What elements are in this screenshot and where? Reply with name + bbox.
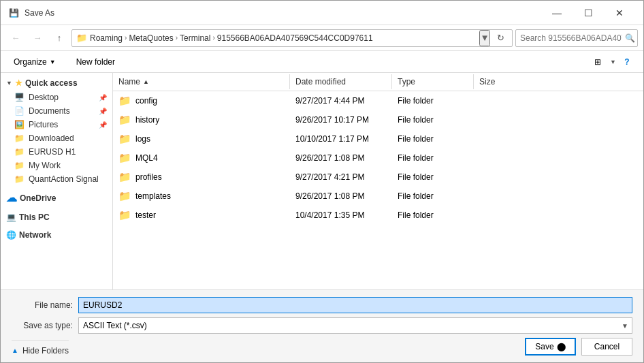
search-input[interactable] bbox=[520, 33, 622, 43]
maximize-button[interactable]: ☐ bbox=[573, 3, 604, 22]
file-name-cell: 📁 history bbox=[113, 112, 290, 128]
bc-terminal: Terminal bbox=[180, 33, 210, 43]
hide-folders-button[interactable]: ▲ Hide Folders bbox=[12, 340, 69, 356]
file-name-cell: 📁 config bbox=[113, 93, 290, 109]
file-name-cell: 📁 logs bbox=[113, 131, 290, 147]
title-bar: 💾 Save As — ☐ ✕ bbox=[1, 1, 643, 25]
bc-id: 915566BA06ADA407569C544CC0D97611 bbox=[217, 33, 373, 43]
table-row[interactable]: 📁 logs 10/10/2017 1:17 PM File folder bbox=[113, 129, 643, 148]
savetype-label: Save as type: bbox=[12, 321, 73, 330]
cancel-button[interactable]: Cancel bbox=[581, 338, 632, 356]
downloaded-icon: 📁 bbox=[14, 133, 25, 143]
col-header-type[interactable]: Type bbox=[392, 74, 474, 89]
filename-input[interactable] bbox=[78, 297, 632, 313]
refresh-button[interactable]: ↻ bbox=[493, 31, 508, 46]
bc-sep1: › bbox=[125, 34, 127, 42]
sidebar-item-documents[interactable]: 📄 Documents 📌 bbox=[1, 104, 112, 118]
address-toolbar: ← → ↑ 📁 Roaming › MetaQuotes › Terminal … bbox=[1, 25, 643, 51]
folder-icon: 📁 bbox=[118, 190, 131, 202]
new-folder-button[interactable]: New folder bbox=[71, 55, 120, 69]
table-row[interactable]: 📁 templates 9/26/2017 1:08 PM File folde… bbox=[113, 187, 643, 206]
minimize-button[interactable]: — bbox=[541, 3, 573, 22]
file-date-cell: 9/26/2017 1:08 PM bbox=[290, 189, 392, 203]
sidebar-item-desktop[interactable]: 🖥️ Desktop 📌 bbox=[1, 91, 112, 104]
window-title: Save As bbox=[25, 8, 54, 18]
file-date-cell: 9/27/2017 4:21 PM bbox=[290, 170, 392, 184]
bc-sep3: › bbox=[212, 34, 214, 42]
address-bar[interactable]: 📁 Roaming › MetaQuotes › Terminal › 9155… bbox=[71, 29, 513, 47]
file-rows: 📁 config 9/27/2017 4:44 PM File folder 📁… bbox=[113, 91, 643, 225]
file-date-cell: 9/27/2017 4:44 PM bbox=[290, 94, 392, 108]
view-options-button[interactable]: ⊞ bbox=[588, 54, 607, 70]
organize-chevron-icon: ▼ bbox=[50, 59, 56, 65]
file-name-cell: 📁 profiles bbox=[113, 169, 290, 185]
organize-button[interactable]: Organize ▼ bbox=[9, 55, 61, 69]
desktop-icon: 🖥️ bbox=[14, 93, 25, 102]
table-row[interactable]: 📁 config 9/27/2017 4:44 PM File folder bbox=[113, 91, 643, 110]
file-type-cell: File folder bbox=[392, 113, 474, 127]
help-button[interactable]: ? bbox=[619, 54, 635, 70]
save-button[interactable]: Save ⬤ bbox=[525, 338, 576, 356]
col-header-date[interactable]: Date modified bbox=[290, 74, 392, 89]
folder-icon: 📁 bbox=[118, 209, 131, 221]
close-button[interactable]: ✕ bbox=[604, 3, 635, 22]
file-size-cell bbox=[474, 137, 643, 141]
file-size-cell bbox=[474, 118, 643, 122]
forward-button[interactable]: → bbox=[28, 29, 47, 47]
main-content: ▼ ★ Quick access 🖥️ Desktop 📌 📄 Document… bbox=[1, 73, 643, 289]
folder-icon: 📁 bbox=[118, 171, 131, 183]
bottom-panel: File name: Save as type: ASCII Text (*.c… bbox=[1, 289, 643, 362]
title-bar-controls: — ☐ ✕ bbox=[541, 3, 635, 22]
cursor-indicator: ⬤ bbox=[557, 342, 566, 351]
eurusd-h1-icon: 📁 bbox=[14, 147, 25, 157]
breadcrumb: Roaming › MetaQuotes › Terminal › 915566… bbox=[90, 33, 477, 43]
thispc-section: 💻 This PC bbox=[1, 210, 112, 225]
file-type-cell: File folder bbox=[392, 189, 474, 203]
onedrive-icon: ☁ bbox=[6, 191, 17, 204]
table-row[interactable]: 📁 MQL4 9/26/2017 1:08 PM File folder bbox=[113, 148, 643, 168]
bc-metaquotes: MetaQuotes bbox=[129, 33, 173, 43]
my-work-icon: 📁 bbox=[14, 161, 25, 170]
back-button[interactable]: ← bbox=[6, 29, 25, 47]
sidebar-item-my-work[interactable]: 📁 My Work bbox=[1, 159, 112, 172]
quick-access-section: ▼ ★ Quick access 🖥️ Desktop 📌 📄 Document… bbox=[1, 76, 112, 186]
table-row[interactable]: 📁 history 9/26/2017 10:17 PM File folder bbox=[113, 110, 643, 129]
col-header-name[interactable]: Name ▲ bbox=[113, 74, 290, 89]
table-row[interactable]: 📁 tester 10/4/2017 1:35 PM File folder bbox=[113, 206, 643, 225]
onedrive-section: ☁ OneDrive bbox=[1, 189, 112, 207]
filename-label: File name: bbox=[12, 300, 73, 310]
sidebar-item-eurusd-h1[interactable]: 📁 EURUSD H1 bbox=[1, 145, 112, 159]
file-date-cell: 9/26/2017 1:08 PM bbox=[290, 151, 392, 165]
file-type-cell: File folder bbox=[392, 208, 474, 222]
file-type-cell: File folder bbox=[392, 132, 474, 146]
view-dropdown-icon: ▼ bbox=[610, 59, 616, 65]
sidebar-item-quantaction-signal[interactable]: 📁 QuantAction Signal bbox=[1, 172, 112, 186]
onedrive-header[interactable]: ☁ OneDrive bbox=[1, 189, 112, 207]
search-box[interactable]: 🔍 bbox=[515, 29, 638, 47]
up-button[interactable]: ↑ bbox=[50, 29, 69, 47]
bc-roaming: Roaming bbox=[90, 33, 123, 43]
documents-icon: 📄 bbox=[14, 106, 25, 116]
folder-icon: 📁 bbox=[118, 114, 131, 126]
save-as-dialog: 💾 Save As — ☐ ✕ ← → ↑ 📁 Roaming › MetaQu… bbox=[0, 0, 644, 363]
file-name-cell: 📁 templates bbox=[113, 188, 290, 204]
network-header[interactable]: 🌐 Network bbox=[1, 227, 112, 242]
file-date-cell: 10/4/2017 1:35 PM bbox=[290, 208, 392, 222]
folder-icon: 📁 bbox=[118, 152, 131, 164]
sidebar: ▼ ★ Quick access 🖥️ Desktop 📌 📄 Document… bbox=[1, 73, 113, 289]
file-name-cell: 📁 MQL4 bbox=[113, 150, 290, 166]
thispc-header[interactable]: 💻 This PC bbox=[1, 210, 112, 225]
savetype-select[interactable]: ASCII Text (*.csv) bbox=[78, 317, 632, 334]
sidebar-item-downloaded[interactable]: 📁 Downloaded bbox=[1, 131, 112, 145]
address-dropdown-button[interactable]: ▼ bbox=[479, 30, 490, 46]
table-row[interactable]: 📁 profiles 9/27/2017 4:21 PM File folder bbox=[113, 168, 643, 187]
thispc-icon: 💻 bbox=[6, 212, 16, 222]
quick-access-chevron-icon: ▼ bbox=[6, 80, 12, 86]
col-header-size[interactable]: Size bbox=[474, 74, 643, 89]
file-list-header: Name ▲ Date modified Type Size bbox=[113, 73, 643, 91]
pictures-icon: 🖼️ bbox=[14, 120, 25, 129]
pin-icon-desktop: 📌 bbox=[99, 94, 107, 101]
quick-access-header[interactable]: ▼ ★ Quick access bbox=[1, 76, 112, 91]
sec-toolbar: Organize ▼ New folder ⊞ ▼ ? bbox=[1, 51, 643, 73]
sidebar-item-pictures[interactable]: 🖼️ Pictures 📌 bbox=[1, 118, 112, 131]
